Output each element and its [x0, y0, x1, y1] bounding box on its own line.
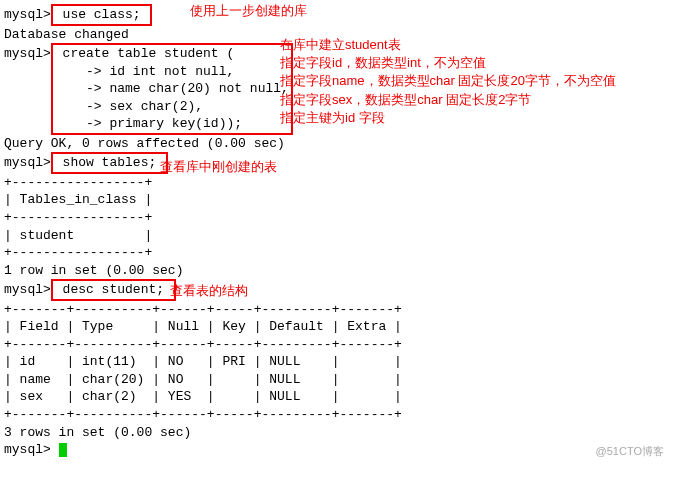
prompt: mysql> — [4, 7, 51, 22]
prompt: mysql> — [4, 46, 51, 61]
output-tables-header: | Tables_in_class | — [4, 191, 670, 209]
output-desc-row-sex: | sex | char(2) | YES | | NULL | | — [4, 388, 670, 406]
annotation-create-l3: 指定字段sex，数据类型char 固定长度2字节 — [280, 91, 616, 109]
output-tables-row: | student | — [4, 227, 670, 245]
prompt: mysql> — [4, 155, 51, 170]
output-rows-3: 3 rows in set (0.00 sec) — [4, 424, 670, 442]
cmd-create-head: create table student ( — [55, 46, 234, 61]
output-desc-sep-3: +-------+----------+------+-----+-------… — [4, 406, 670, 424]
line-desc-student: mysql> desc student; — [4, 279, 670, 301]
output-rows-1: 1 row in set (0.00 sec) — [4, 262, 670, 280]
cursor-icon — [59, 443, 67, 457]
output-tables-sep-2: +-----------------+ — [4, 209, 670, 227]
watermark: @51CTO博客 — [596, 444, 664, 459]
cont: -> — [55, 116, 102, 131]
output-desc-sep-2: +-------+----------+------+-----+-------… — [4, 336, 670, 354]
cmd-col-sex: sex char(2), — [102, 99, 203, 114]
annotation-create-title: 在库中建立student表 — [280, 36, 616, 54]
cont: -> — [55, 99, 102, 114]
output-query-ok: Query OK, 0 rows affected (0.00 sec) — [4, 135, 670, 153]
cont: -> — [55, 81, 102, 96]
output-tables-sep-1: +-----------------+ — [4, 174, 670, 192]
annotation-create-l4: 指定主键为id 字段 — [280, 109, 616, 127]
line-use-class: mysql> use class; — [4, 4, 670, 26]
output-desc-row-name: | name | char(20) | NO | | NULL | | — [4, 371, 670, 389]
output-desc-sep-1: +-------+----------+------+-----+-------… — [4, 301, 670, 319]
annotation-show-tables: 查看库中刚创建的表 — [160, 158, 277, 176]
output-desc-row-id: | id | int(11) | NO | PRI | NULL | | — [4, 353, 670, 371]
cont: -> — [55, 64, 102, 79]
line-show-tables: mysql> show tables; — [4, 152, 670, 174]
line-final-prompt: mysql> — [4, 441, 670, 459]
annotation-create-l1: 指定字段id，数据类型int，不为空值 — [280, 54, 616, 72]
cmd-col-name: name char(20) not null, — [102, 81, 289, 96]
cmd-col-id: id int not null, — [102, 64, 235, 79]
output-desc-header: | Field | Type | Null | Key | Default | … — [4, 318, 670, 336]
annotation-create-l2: 指定字段name，数据类型char 固定长度20字节，不为空值 — [280, 72, 616, 90]
cmd-desc-student: desc student; — [51, 279, 176, 301]
cmd-col-pk: primary key(id)); — [102, 116, 242, 131]
prompt: mysql> — [4, 282, 51, 297]
annotation-desc: 查看表的结构 — [170, 282, 248, 300]
cmd-show-tables: show tables; — [51, 152, 168, 174]
annotation-use-db: 使用上一步创建的库 — [190, 2, 307, 20]
annotation-create-table: 在库中建立student表 指定字段id，数据类型int，不为空值 指定字段na… — [280, 36, 616, 127]
prompt: mysql> — [4, 442, 51, 457]
cmd-use-class: use class; — [51, 4, 153, 26]
cmd-create-table-box: create table student ( -> id int not nul… — [51, 43, 293, 135]
output-tables-sep-3: +-----------------+ — [4, 244, 670, 262]
